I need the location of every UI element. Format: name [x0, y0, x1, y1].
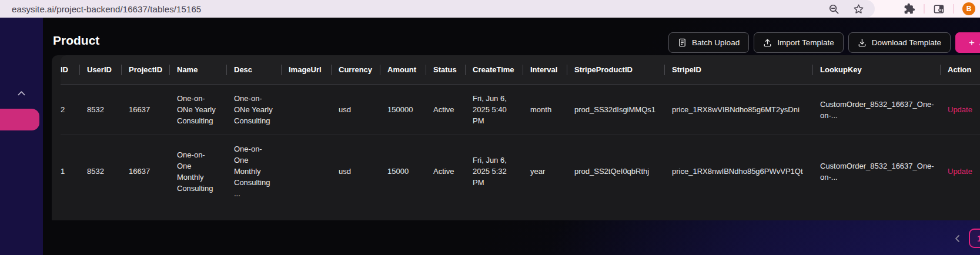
browser-actions: B	[904, 0, 975, 18]
column-header-stripeproductid: StripeProductID	[574, 55, 672, 85]
column-header-amount: Amount	[387, 55, 433, 85]
cell-projectid: 16637	[129, 135, 177, 208]
address-bar[interactable]: easysite.ai/project-backend/16637/tables…	[0, 0, 875, 18]
cell-lookupkey: CustomOrder_8532_16637_One-on-...	[820, 85, 948, 135]
update-link[interactable]: Update	[948, 105, 972, 114]
url-text: easysite.ai/project-backend/16637/tables…	[12, 4, 201, 14]
data-table-card: ID UserID ProjectID Name Desc ImageUrl C…	[52, 55, 980, 220]
cell-desc: One-on-One Monthly Consulting ...	[234, 135, 289, 208]
upload-icon	[763, 38, 772, 47]
cell-id: 1	[61, 135, 87, 208]
cell-stripeproductid: prod_SS32dIsgiMMQs1	[574, 85, 672, 135]
cell-amount: 15000	[387, 135, 433, 208]
cell-interval: month	[530, 85, 574, 135]
update-link[interactable]: Update	[948, 167, 972, 176]
cell-status: Active	[433, 135, 473, 208]
table-row: 1 8532 16637 One-on-One Monthly Consulti…	[61, 135, 980, 208]
cell-currency: usd	[339, 135, 387, 208]
sidebar	[0, 18, 43, 255]
previous-page-chevron-icon[interactable]	[953, 234, 961, 243]
app-window: Product Batch Upload Import Template	[0, 18, 980, 255]
product-table: ID UserID ProjectID Name Desc ImageUrl C…	[61, 55, 980, 207]
cell-stripeid: price_1RX8nwIBNdho85g6PWvVP1Qt	[672, 135, 820, 208]
column-header-stripeid: StripeID	[672, 55, 820, 85]
cell-projectid: 16637	[129, 85, 177, 135]
cell-createtime: Fri, Jun 6, 2025 5:32 PM	[473, 135, 530, 208]
cell-amount: 150000	[387, 85, 433, 135]
table-header-row: ID UserID ProjectID Name Desc ImageUrl C…	[61, 55, 980, 85]
import-template-label: Import Template	[777, 38, 834, 47]
cell-name: One-on-ONe Yearly Consulting	[177, 85, 234, 135]
download-icon	[858, 38, 867, 47]
page-title: Product	[53, 33, 99, 48]
cell-name: One-on-One Monthly Consulting	[177, 135, 234, 208]
sidebar-collapse-chevron-up-icon[interactable]	[15, 87, 29, 99]
download-template-button[interactable]: Download Template	[848, 32, 951, 53]
batch-upload-icon	[678, 38, 687, 47]
toolbar-divider	[924, 4, 925, 14]
toolbar: Batch Upload Import Template Download Te…	[668, 32, 980, 53]
cell-desc: One-on-ONe Yearly Consulting	[234, 85, 289, 135]
column-header-createtime: CreateTime	[473, 55, 530, 85]
import-template-button[interactable]: Import Template	[754, 32, 844, 53]
batch-upload-button[interactable]: Batch Upload	[668, 32, 749, 53]
cell-status: Active	[433, 85, 473, 135]
cell-id: 2	[61, 85, 87, 135]
cell-interval: year	[530, 135, 574, 208]
cell-createtime: Fri, Jun 6, 2025 5:40 PM	[473, 85, 530, 135]
sidebar-active-item[interactable]	[0, 109, 39, 130]
column-header-id: ID	[61, 55, 87, 85]
cell-imageurl	[289, 135, 339, 208]
column-header-status: Status	[433, 55, 473, 85]
toolbar-divider	[953, 4, 954, 14]
bookmark-star-icon[interactable]	[852, 3, 864, 15]
column-header-userid: UserID	[87, 55, 129, 85]
cell-action: Update Delete	[948, 85, 980, 135]
cell-currency: usd	[339, 85, 387, 135]
cell-imageurl	[289, 85, 339, 135]
cell-stripeproductid: prod_SS2tQeI0qbRthj	[574, 135, 672, 208]
cell-lookupkey: CustomOrder_8532_16637_One-on-...	[820, 135, 948, 208]
zoom-out-icon[interactable]	[828, 3, 839, 15]
profile-avatar[interactable]: B	[962, 2, 975, 15]
pagination: 1	[953, 229, 980, 248]
omnibox-icons	[828, 3, 864, 15]
column-header-interval: Interval	[530, 55, 574, 85]
download-template-label: Download Template	[872, 38, 941, 47]
page-number-button[interactable]: 1	[969, 229, 980, 248]
batch-upload-label: Batch Upload	[692, 38, 740, 47]
cell-userid: 8532	[87, 135, 129, 208]
browser-toolbar: easysite.ai/project-backend/16637/tables…	[0, 0, 980, 18]
column-header-lookupkey: LookupKey	[820, 55, 948, 85]
cell-userid: 8532	[87, 85, 129, 135]
main-content: Product Batch Upload Import Template	[43, 18, 980, 255]
plus-icon: +	[969, 38, 975, 48]
cell-action: Update Delete	[948, 135, 980, 208]
column-header-name: Name	[177, 55, 234, 85]
cell-stripeid: price_1RX8wVIBNdho85g6MT2ysDni	[672, 85, 820, 135]
extensions-puzzle-icon[interactable]	[904, 3, 915, 15]
column-header-action: Action	[948, 55, 980, 85]
table-row: 2 8532 16637 One-on-ONe Yearly Consultin…	[61, 85, 980, 135]
add-button[interactable]: + Add	[955, 32, 980, 53]
side-panel-search-icon[interactable]	[933, 3, 945, 15]
